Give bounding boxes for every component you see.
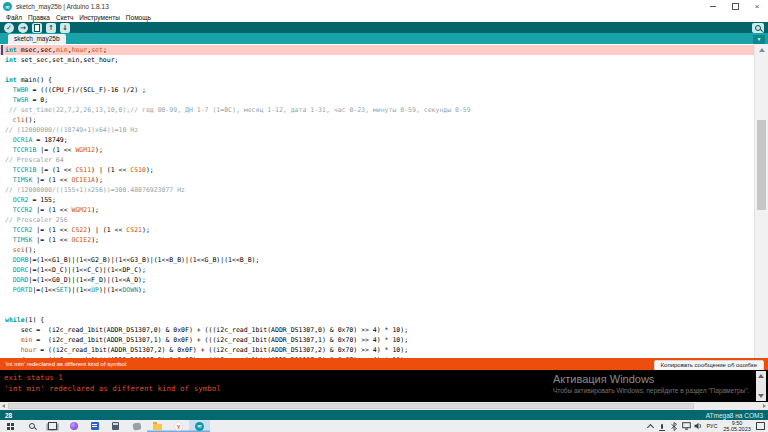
horizontal-scrollbar-thumb[interactable] <box>8 403 694 409</box>
code-line[interactable]: // Prescaler 64 <box>0 155 754 165</box>
app-blue-button[interactable] <box>84 420 105 432</box>
arduino-app-icon: ∞ <box>3 2 12 11</box>
arduino-icon: ∞ <box>195 422 204 431</box>
blue-app-icon <box>91 422 99 430</box>
serial-monitor-button[interactable] <box>752 23 764 33</box>
code-line[interactable]: // (12000000/((18749+1)x64))=10 Hz <box>0 125 754 135</box>
paint3d-button[interactable] <box>126 420 147 432</box>
console-line: 'int min' redeclared as different kind o… <box>0 383 768 394</box>
code-line[interactable]: // set_time(22,7,2,26,13,10,0);// год 00… <box>0 105 754 115</box>
status-bar: 28 ATmega8 на COM3 <box>0 410 768 420</box>
tray-bluetooth-button[interactable] <box>668 420 680 432</box>
code-line[interactable]: TWBR = (((CPU_F)/(SCL_F)-16 )/2) ; <box>0 85 754 95</box>
cortana-icon <box>70 422 78 430</box>
code-line[interactable]: DDRD|=(1<<G0_D)|(1<<F_D)|(1<<A_D); <box>0 275 754 285</box>
code-line[interactable]: TCCR1B |= (1 << WGM12); <box>0 145 754 155</box>
tray-language-indicator[interactable]: РУС <box>704 420 720 432</box>
tray-network-button[interactable] <box>680 420 692 432</box>
code-line[interactable]: TCCR2 |= (1 << WGM21); <box>0 205 754 215</box>
code-line[interactable]: TIMSK |= (1 << OCIE2); <box>0 235 754 245</box>
code-line[interactable] <box>0 305 754 315</box>
code-line[interactable]: int set_sec,set_min,set_hour; <box>0 55 754 65</box>
minimize-button[interactable] <box>702 0 724 13</box>
console-line: exit status 1 <box>0 372 768 383</box>
code-line[interactable]: TCCR1B |= (1 << CS11) | (1 << CS10); <box>0 165 754 175</box>
code-line[interactable]: DDRC|=(1<<D_C)|(1<<C_C)|(1<<DP_C); <box>0 265 754 275</box>
scroll-right-icon[interactable] <box>763 404 766 408</box>
code-line[interactable]: // (12000000/((155+1)x256))=300.48076923… <box>0 185 754 195</box>
code-line[interactable]: // Prescaler 256 <box>0 215 754 225</box>
code-line[interactable]: while(1) { <box>0 315 754 325</box>
task-view-icon <box>48 422 57 430</box>
open-button[interactable]: ↑ <box>46 23 56 33</box>
network-icon <box>682 422 691 430</box>
toolbar: ✓→↑↓ <box>0 22 768 33</box>
tab-dropdown-button[interactable]: ▼ <box>753 35 765 44</box>
menu-item-1[interactable]: Правка <box>28 14 50 21</box>
editor-scrollbar-thumb[interactable] <box>757 120 766 210</box>
new-sketch-button[interactable] <box>32 23 42 33</box>
calculator-button[interactable] <box>105 420 126 432</box>
menu-item-4[interactable]: Помощь <box>126 14 151 21</box>
tray-volume-button[interactable] <box>692 420 704 432</box>
menu-item-2[interactable]: Скетч <box>56 14 73 21</box>
tray-mic-button[interactable] <box>656 420 668 432</box>
task-view-button[interactable] <box>42 420 63 432</box>
maximize-button[interactable] <box>724 0 746 13</box>
code-line[interactable]: DDRB|=(1<<G1_B)|(1<<G2_B)|(1<<G3_B)|(1<<… <box>0 255 754 265</box>
code-lines: int msec,sec,min,hour,set;int set_sec,se… <box>0 45 754 358</box>
code-line[interactable]: TIMSK |= (1 << OCIE1A); <box>0 175 754 185</box>
menu-item-3[interactable]: Инструменты <box>79 14 120 21</box>
start-button[interactable] <box>0 420 21 432</box>
yandex-browser-button[interactable]: Y <box>168 420 189 432</box>
save-button[interactable]: ↓ <box>60 23 70 33</box>
upload-button[interactable]: → <box>18 23 28 33</box>
windows-logo-icon <box>7 423 14 430</box>
code-line[interactable]: min = (i2c_read_1bit(ADDR_DS1307,1) & 0x… <box>0 335 754 345</box>
console-scrollbar[interactable] <box>756 371 766 401</box>
tray-date: 25.05.2023 <box>720 426 754 432</box>
search-icon <box>28 422 36 430</box>
chevron-up-icon <box>646 423 653 430</box>
scroll-up-icon[interactable] <box>758 374 764 378</box>
file-explorer-button[interactable] <box>147 420 168 432</box>
copy-error-button[interactable]: Копировать сообщение об ошибке <box>654 360 764 371</box>
minimize-icon <box>710 6 716 7</box>
scroll-up-icon[interactable] <box>759 48 765 52</box>
tab-strip: sketch_may25b ▼ <box>0 33 768 44</box>
code-line[interactable]: int msec,sec,min,hour,set; <box>0 45 754 55</box>
notification-center-button[interactable] <box>754 420 766 432</box>
tray-clock[interactable]: 9:50 25.05.2023 <box>720 420 754 432</box>
scroll-down-icon[interactable] <box>758 394 764 398</box>
scroll-left-icon[interactable] <box>2 404 5 408</box>
code-line[interactable]: sec = (i2c_read_1bit(ADDR_DS1307,0) & 0x… <box>0 325 754 335</box>
code-line[interactable]: sei(); <box>0 245 754 255</box>
folder-icon <box>153 424 162 430</box>
code-line[interactable]: cli(); <box>0 115 754 125</box>
editor-scrollbar[interactable] <box>754 44 768 358</box>
code-line[interactable] <box>0 65 754 75</box>
code-line[interactable]: OCR1A = 18749; <box>0 135 754 145</box>
tab-sketch[interactable]: sketch_may25b <box>8 34 66 44</box>
code-line[interactable] <box>0 295 754 305</box>
code-line[interactable]: PORTD|=(1<<SET)|(1<<UP)|(1<<DOWN); <box>0 285 754 295</box>
window-title: sketch_may25b | Arduino 1.8.13 <box>16 3 109 10</box>
tray-chevron-button[interactable] <box>644 420 656 432</box>
code-line[interactable]: int main() { <box>0 75 754 85</box>
cortana-button[interactable] <box>63 420 84 432</box>
close-button[interactable]: × <box>746 0 768 13</box>
code-line[interactable]: TCCR2 |= (1 << CS22) | (1 << CS21); <box>0 225 754 235</box>
arduino-button[interactable]: ∞ <box>189 420 210 432</box>
code-line[interactable]: hour = ((i2c_read_1bit(ADDR_DS1307,2) & … <box>0 345 754 355</box>
code-line[interactable]: TWSR = 0; <box>0 95 754 105</box>
code-editor[interactable]: int msec,sec,min,hour,set;int set_sec,se… <box>0 44 768 358</box>
build-console[interactable]: exit status 1'int min' redeclared as dif… <box>0 370 768 402</box>
console-horizontal-scrollbar[interactable] <box>0 402 768 410</box>
menu-item-0[interactable]: Файл <box>6 14 22 21</box>
board-and-port-label: ATmega8 на COM3 <box>706 412 763 419</box>
search-button[interactable] <box>21 420 42 432</box>
current-line-number: 28 <box>5 412 12 419</box>
new-page-icon <box>34 24 40 32</box>
verify-button[interactable]: ✓ <box>4 23 14 33</box>
code-line[interactable]: OCR2 = 155; <box>0 195 754 205</box>
